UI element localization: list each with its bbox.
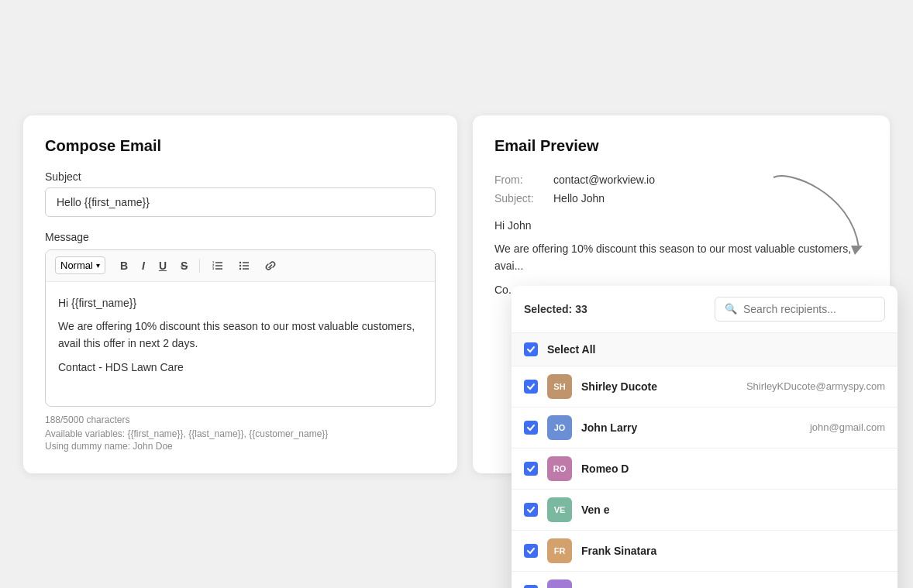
- recipient-row[interactable]: FR Frank Sinatara: [512, 531, 897, 572]
- recipient-name-1: John Larry: [581, 421, 801, 434]
- toolbar-divider: [199, 259, 200, 273]
- available-vars: Available variables: {{first_name}}, {{l…: [45, 428, 436, 439]
- subject-label: Subject: [45, 170, 436, 183]
- recipient-name-5: Donna West: [581, 586, 885, 589]
- recipient-avatar-0: SH: [547, 374, 572, 399]
- compose-title: Compose Email: [45, 137, 436, 155]
- recipient-avatar-3: VE: [547, 497, 572, 522]
- selected-count: Selected: 33: [524, 303, 587, 315]
- search-icon: 🔍: [725, 303, 737, 315]
- svg-point-7: [239, 264, 241, 266]
- body-contact: Contact - HDS Lawn Care: [58, 359, 422, 376]
- message-editor: Normal ▾ B I U S 123 Hi {{first_: [45, 249, 436, 407]
- from-row: From: contact@workview.io: [494, 170, 868, 189]
- underline-button[interactable]: U: [153, 256, 172, 275]
- bullet-list-button[interactable]: [233, 256, 256, 275]
- link-button[interactable]: [259, 256, 282, 275]
- ordered-list-button[interactable]: 123: [206, 256, 229, 275]
- recipient-row[interactable]: VE Ven e: [512, 490, 897, 531]
- recipients-list: SH Shirley Ducote ShirleyKDucote@armyspy…: [512, 366, 897, 589]
- recipient-checkbox-0[interactable]: [524, 380, 538, 394]
- body-greeting: Hi {{first_name}}: [58, 294, 422, 311]
- preview-meta: From: contact@workview.io Subject: Hello…: [494, 170, 868, 208]
- recipient-checkbox-2[interactable]: [524, 462, 538, 476]
- recipient-name-0: Shirley Ducote: [581, 380, 737, 393]
- editor-body[interactable]: Hi {{first_name}} We are offering 10% di…: [46, 282, 435, 406]
- recipient-name-2: Romeo D: [581, 462, 885, 475]
- recipient-checkbox-1[interactable]: [524, 421, 538, 435]
- strikethrough-button[interactable]: S: [175, 256, 193, 275]
- recipient-email-1: john@gmail.com: [810, 421, 885, 433]
- subject-row: Subject: Hello John: [494, 189, 868, 208]
- preview-title: Email Preview: [494, 137, 868, 155]
- body-offer: We are offering 10% discount this season…: [58, 318, 422, 352]
- recipient-email-0: ShirleyKDucote@armyspy.com: [746, 380, 885, 392]
- recipient-name-4: Frank Sinatara: [581, 545, 885, 557]
- char-count: 188/5000 characters: [45, 414, 436, 425]
- recipients-header: Selected: 33 🔍: [512, 286, 897, 333]
- subject-label: Subject:: [494, 192, 541, 205]
- editor-toolbar: Normal ▾ B I U S 123: [46, 250, 435, 282]
- bold-button[interactable]: B: [115, 256, 133, 275]
- recipient-row[interactable]: SH Shirley Ducote ShirleyKDucote@armyspy…: [512, 366, 897, 407]
- subject-input[interactable]: [45, 187, 436, 217]
- recipient-avatar-2: RO: [547, 456, 572, 481]
- select-all-checkbox[interactable]: [524, 342, 538, 356]
- recipient-row[interactable]: RO Romeo D: [512, 449, 897, 490]
- compose-panel: Compose Email Subject Message Normal ▾ B…: [23, 115, 457, 473]
- preview-offer: We are offering 10% discount this season…: [494, 240, 868, 275]
- preview-panel: Email Preview From: contact@workview.io …: [473, 115, 890, 473]
- svg-text:3: 3: [212, 266, 215, 270]
- select-all-row[interactable]: Select All: [512, 333, 897, 366]
- subject-value: Hello John: [553, 192, 605, 205]
- recipient-avatar-5: DO: [547, 579, 572, 589]
- search-input[interactable]: [743, 303, 875, 315]
- recipient-avatar-4: FR: [547, 538, 572, 563]
- message-label: Message: [45, 231, 436, 243]
- recipient-row[interactable]: DO Donna West: [512, 572, 897, 589]
- recipient-checkbox-5[interactable]: [524, 585, 538, 589]
- svg-point-8: [239, 267, 241, 269]
- format-label: Normal: [60, 260, 93, 271]
- from-label: From:: [494, 174, 541, 186]
- recipient-name-3: Ven e: [581, 504, 885, 516]
- preview-greeting: Hi John: [494, 217, 868, 234]
- recipient-avatar-1: JO: [547, 415, 572, 440]
- recipient-checkbox-4[interactable]: [524, 544, 538, 558]
- italic-button[interactable]: I: [136, 256, 150, 275]
- recipients-dropdown: Selected: 33 🔍 Select All SH Shirley Duc…: [512, 286, 897, 589]
- svg-point-6: [239, 261, 241, 263]
- format-select[interactable]: Normal ▾: [55, 256, 105, 274]
- chevron-down-icon: ▾: [96, 261, 100, 270]
- from-value: contact@workview.io: [553, 174, 655, 186]
- recipient-row[interactable]: JO John Larry john@gmail.com: [512, 407, 897, 449]
- dummy-name: Using dummy name: John Doe: [45, 441, 436, 452]
- select-all-label: Select All: [547, 343, 596, 356]
- recipient-checkbox-3[interactable]: [524, 503, 538, 517]
- search-recipients-container: 🔍: [715, 297, 885, 322]
